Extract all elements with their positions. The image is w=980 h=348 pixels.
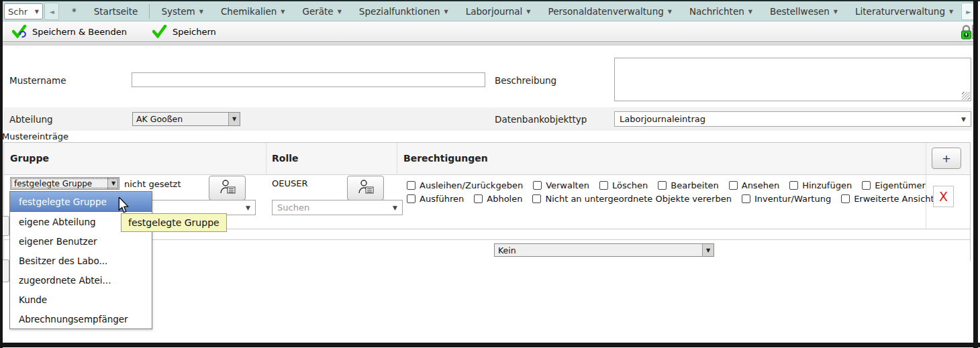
checkbox[interactable] (474, 194, 483, 203)
menu-item-laborjournal[interactable]: Laborjournal▼ (457, 6, 540, 17)
chevron-down-icon: ▼ (393, 205, 397, 211)
chevron-right-icon: ► (966, 8, 971, 15)
checkbox[interactable] (658, 181, 667, 190)
section-title: Mustereinträge (2, 131, 68, 141)
table-header: Gruppe Rolle Berechtigungen + (4, 143, 970, 175)
abteilung-select-value: AK Gooßen (136, 114, 183, 124)
chevron-down-icon: ▼ (246, 205, 250, 211)
beschreibung-label: Beschreibung (495, 75, 556, 86)
chevron-left-icon: ◄ (49, 8, 54, 15)
checkbox[interactable] (533, 181, 542, 190)
column-divider (926, 143, 926, 229)
chevron-down-icon: ▼ (444, 9, 448, 15)
menu-item-literaturverwaltung[interactable]: Literaturverwaltung▼ (846, 6, 962, 17)
chevron-down-icon: ▼ (668, 9, 672, 15)
chevron-down-icon: ▼ (35, 9, 39, 15)
menu-bar: Schr ▼ ◄ * Startseite System▼ Chemikalie… (3, 1, 973, 21)
dropdown-arrow-icon: ▼ (228, 113, 240, 125)
dbtype-select[interactable]: Laborjournaleintrag ▼ (614, 111, 971, 127)
group-status-text: nicht gesetzt (124, 179, 181, 189)
permission-checkbox-item: Hinzufügen (789, 180, 852, 190)
nav-back-button[interactable]: ◄ (44, 3, 59, 20)
toolbar: Speichern & Beenden Speichern (3, 21, 973, 42)
save-and-exit-button[interactable]: Speichern & Beenden (12, 25, 127, 38)
permissions-row-2: Ausführen Abholen Nicht an untergeordnet… (407, 194, 925, 204)
add-row-button[interactable]: + (932, 148, 961, 169)
chevron-down-icon: ▼ (834, 9, 838, 15)
desk-select[interactable]: Schr ▼ (4, 3, 43, 19)
group-picker-button[interactable] (209, 176, 246, 200)
check-icon (152, 25, 167, 38)
abteilung-select[interactable]: AK Gooßen ▼ (132, 112, 240, 126)
check-exit-icon (12, 25, 27, 38)
nav-forward-button[interactable]: ► (961, 3, 973, 20)
chevron-down-icon: ▼ (949, 9, 953, 15)
menu-item-chemikalien[interactable]: Chemikalien▼ (212, 6, 294, 17)
menu-item-personaldatenverwaltung[interactable]: Personaldatenverwaltung▼ (540, 6, 681, 17)
default-permission-select[interactable]: Kein ▼ (494, 243, 714, 257)
role-search-input[interactable]: Suchen ▼ (272, 200, 403, 215)
checkbox[interactable] (841, 194, 850, 203)
menu-item-bestellwesen[interactable]: Bestellwesen▼ (761, 6, 846, 17)
group-type-select[interactable]: festgelegte Gruppe ▼ (10, 177, 119, 190)
dropdown-arrow-icon: ▼ (702, 244, 714, 256)
toolbar-divider (3, 43, 973, 46)
menu-item-spezialfunktionen[interactable]: Spezialfunktionen▼ (350, 6, 457, 17)
user-select-icon (219, 179, 236, 198)
menu-item-system[interactable]: System▼ (152, 6, 212, 17)
checkbox[interactable] (407, 181, 415, 190)
menu-item-startseite[interactable]: Startseite (85, 6, 147, 17)
group-type-select-value: festgelegte Gruppe (14, 179, 92, 188)
checkbox[interactable] (407, 194, 415, 203)
permission-checkbox-item: Nicht an untergeordnete Objekte vererben (532, 194, 731, 204)
checkbox[interactable] (599, 181, 608, 190)
permissions-row-1: Ausleihen/Zurückgeben Verwalten Löschen … (407, 180, 925, 190)
dropdown-option-besitzer[interactable]: Besitzer des Labo... (10, 251, 152, 270)
permission-checkbox-item: Ausführen (407, 194, 464, 204)
checkbox[interactable] (729, 181, 738, 190)
role-picker-button[interactable] (347, 176, 384, 200)
chevron-down-icon: ▼ (748, 9, 752, 15)
menu-item-geraete[interactable]: Geräte▼ (293, 6, 350, 17)
dropdown-option-eigener-benutzer[interactable]: eigener Benutzer (10, 231, 152, 251)
window-border-right (973, 0, 978, 348)
resize-handle-icon[interactable] (962, 92, 970, 100)
window-border-bottom (0, 343, 980, 347)
dropdown-option-kunde[interactable]: Kunde (10, 290, 152, 309)
checkbox[interactable] (532, 194, 541, 203)
tooltip: festgelegte Gruppe (121, 213, 227, 232)
column-header-berechtigungen: Berechtigungen (403, 153, 488, 164)
permission-checkbox-item: Ansehen (729, 180, 779, 190)
permission-checkbox-item: Verwalten (533, 180, 589, 190)
permission-checkbox-item: Inventur/Wartung (742, 194, 831, 204)
application-window: Schr ▼ ◄ * Startseite System▼ Chemikalie… (0, 0, 980, 348)
dropdown-option-abrechnungsempfaenger[interactable]: Abrechnungsempfänger (10, 309, 152, 329)
menu-item-nachrichten[interactable]: Nachrichten▼ (681, 6, 761, 17)
chevron-down-icon: ▼ (526, 9, 530, 15)
window-border-left (0, 0, 3, 348)
chevron-down-icon: ▼ (961, 116, 966, 123)
group-type-dropdown-list: festgelegte Gruppe eigene Abteilung eige… (9, 191, 152, 329)
delete-row-button[interactable]: X (933, 186, 954, 207)
checkbox[interactable] (742, 194, 750, 203)
user-select-icon (357, 179, 375, 198)
permission-checkbox-item: Ausleihen/Zurückgeben (407, 180, 523, 190)
dropdown-option-zugeordnete[interactable]: zugeordnete Abtei... (10, 270, 152, 290)
dropdown-arrow-icon: ▼ (107, 178, 119, 189)
column-header-gruppe: Gruppe (10, 153, 49, 164)
dropdown-option-festgelegte-gruppe[interactable]: festgelegte Gruppe (10, 192, 152, 212)
checkbox[interactable] (862, 181, 871, 190)
checkbox[interactable] (789, 181, 798, 190)
save-button[interactable]: Speichern (152, 25, 216, 38)
mouse-cursor-icon (117, 197, 130, 216)
permission-checkbox-item: Erweiterte Ansicht (841, 194, 934, 204)
beschreibung-textarea[interactable] (614, 58, 971, 101)
chevron-down-icon: ▼ (199, 9, 203, 15)
tab-asterisk[interactable]: * (63, 6, 85, 17)
permission-checkbox-item: Eigentümer (862, 180, 926, 190)
window-border-top (0, 0, 980, 1)
chevron-down-icon: ▼ (338, 9, 342, 15)
mustername-input[interactable] (132, 72, 485, 87)
column-divider (397, 143, 397, 175)
permissions-group: Ausleihen/Zurückgeben Verwalten Löschen … (407, 180, 925, 207)
